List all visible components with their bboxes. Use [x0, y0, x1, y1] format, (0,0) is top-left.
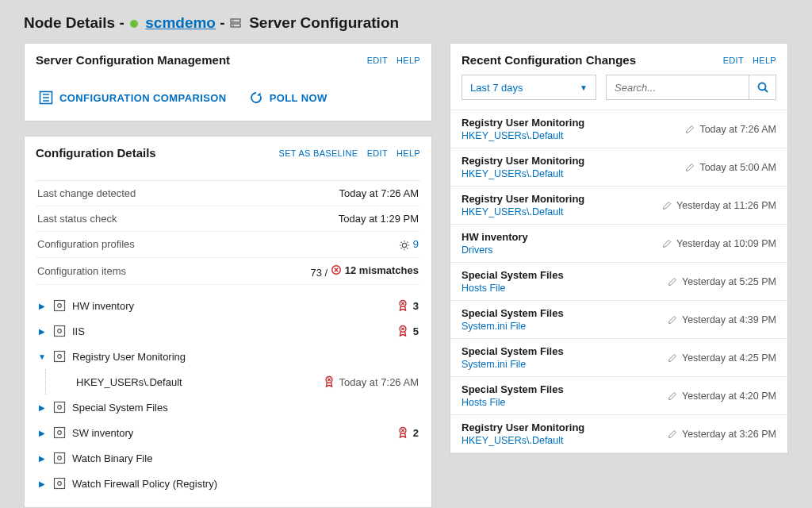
node-link[interactable]: scmdemo [145, 14, 216, 31]
change-sub-link[interactable]: HKEY_USERs\.Default [462, 206, 584, 217]
change-sub-link[interactable]: Hosts File [462, 283, 564, 294]
svg-point-22 [58, 456, 62, 460]
changes-list: Registry User MonitoringHKEY_USERs\.Defa… [450, 110, 787, 453]
title-prefix: Node Details [24, 14, 115, 31]
tree-label: Special System Files [72, 402, 168, 414]
changes-panel: Recent Configuration Changes EDIT HELP L… [450, 43, 788, 454]
changes-help-link[interactable]: HELP [753, 56, 776, 65]
svg-rect-16 [55, 402, 65, 413]
tree-row-hw[interactable]: ▶ HW inventory 3 [36, 293, 420, 318]
last-check-label: Last status check [37, 213, 117, 225]
tree-child-row[interactable]: HKEY_USERs\.Default Today at 7:26 AM [76, 369, 420, 394]
tree-row-registry[interactable]: ▼ Registry User Monitoring [36, 344, 420, 369]
change-row[interactable]: Registry User MonitoringHKEY_USERs\.Defa… [450, 110, 787, 148]
poll-label: POLL NOW [270, 92, 327, 104]
page-title: Node Details - scmdemo - Server Configur… [24, 14, 788, 32]
svg-point-25 [758, 83, 765, 90]
compare-icon [39, 90, 53, 105]
award-icon [397, 426, 408, 439]
search-input[interactable] [615, 82, 749, 94]
change-sub-link[interactable]: System.ini File [462, 321, 564, 332]
change-sub-link[interactable]: Hosts File [462, 397, 564, 408]
change-sub-link[interactable]: HKEY_USERs\.Default [462, 168, 584, 179]
change-row[interactable]: Special System FilesHosts FileYesterday … [450, 377, 787, 415]
change-time: Today at 5:00 AM [685, 155, 776, 179]
tree-row-sw[interactable]: ▶ SW inventory 2 [36, 420, 420, 445]
details-title: Configuration Details [36, 146, 156, 160]
change-time: Today at 7:26 AM [685, 117, 776, 141]
last-change-row: Last change detected Today at 7:26 AM [36, 181, 420, 206]
server-icon [229, 17, 242, 30]
config-tree: ▶ HW inventory 3 ▶ [36, 293, 420, 496]
caret-icon[interactable]: ▶ [37, 454, 47, 463]
search-icon [756, 81, 769, 94]
award-icon [397, 325, 408, 337]
change-row[interactable]: Registry User MonitoringHKEY_USERs\.Defa… [450, 148, 787, 187]
change-row[interactable]: Special System FilesHosts FileYesterday … [450, 263, 787, 301]
range-select[interactable]: Last 7 days ▼ [462, 75, 596, 100]
items-label: Configuration items [37, 265, 126, 277]
search-box [606, 75, 776, 100]
change-title: Registry User Monitoring [462, 193, 584, 205]
change-row[interactable]: Special System FilesSystem.ini FileYeste… [450, 301, 787, 339]
baseline-link[interactable]: SET AS BASELINE [279, 148, 358, 158]
change-sub-link[interactable]: Drivers [462, 244, 528, 256]
tree-row-firewall[interactable]: ▶ Watch Firewall Policy (Registry) [36, 471, 420, 496]
svg-rect-23 [55, 479, 65, 489]
caret-icon[interactable]: ▶ [37, 479, 47, 488]
pencil-icon [668, 429, 677, 439]
search-button[interactable] [749, 75, 776, 99]
change-title: Special System Files [462, 269, 564, 281]
svg-point-8 [58, 304, 62, 308]
tree-label: HW inventory [72, 300, 134, 312]
details-panel: Configuration Details SET AS BASELINE ED… [24, 136, 432, 508]
svg-point-14 [58, 355, 62, 359]
mismatch-icon [331, 264, 342, 275]
profiles-link[interactable]: 9 [413, 238, 419, 250]
change-row[interactable]: Registry User MonitoringHKEY_USERs\.Defa… [450, 187, 787, 225]
svg-rect-1 [231, 24, 240, 27]
tree-row-special[interactable]: ▶ Special System Files [36, 394, 420, 420]
compare-button[interactable]: CONFIGURATION COMPARISON [39, 90, 227, 105]
change-row[interactable]: Special System FilesSystem.ini FileYeste… [450, 339, 787, 377]
svg-point-24 [58, 482, 62, 486]
tree-row-binary[interactable]: ▶ Watch Binary File [36, 445, 420, 471]
change-title: HW inventory [462, 231, 528, 243]
caret-icon[interactable]: ▶ [37, 429, 47, 437]
items-row: Configuration items 73 / 12 mismatches [36, 258, 420, 286]
change-title: Special System Files [462, 307, 564, 319]
changes-title: Recent Configuration Changes [462, 53, 636, 67]
change-sub-link[interactable]: HKEY_USERs\.Default [462, 130, 584, 141]
change-time: Yesterday at 11:26 PM [662, 193, 776, 217]
mgmt-edit-link[interactable]: EDIT [367, 56, 388, 65]
tree-row-iis[interactable]: ▶ IIS 5 [36, 318, 420, 344]
caret-down-icon[interactable]: ▼ [37, 352, 47, 361]
change-title: Registry User Monitoring [462, 155, 584, 167]
details-edit-link[interactable]: EDIT [367, 148, 388, 158]
pencil-icon [685, 163, 695, 172]
tree-label: Registry User Monitoring [72, 351, 186, 363]
change-time: Yesterday at 10:09 PM [662, 231, 776, 256]
mgmt-panel: Server Configuration Management EDIT HEL… [24, 43, 432, 121]
svg-point-11 [58, 329, 62, 333]
svg-rect-10 [55, 326, 65, 337]
tree-label: SW inventory [72, 427, 133, 439]
change-title: Special System Files [462, 383, 564, 395]
svg-rect-21 [55, 453, 65, 464]
caret-icon[interactable]: ▶ [37, 302, 47, 310]
mgmt-help-link[interactable]: HELP [396, 56, 420, 65]
gear-box-icon [53, 325, 66, 337]
change-sub-link[interactable]: System.ini File [462, 359, 564, 370]
change-row[interactable]: HW inventoryDriversYesterday at 10:09 PM [450, 225, 787, 263]
change-row[interactable]: Registry User MonitoringHKEY_USERs\.Defa… [450, 415, 787, 453]
poll-button[interactable]: POLL NOW [249, 90, 327, 105]
change-sub-link[interactable]: HKEY_USERs\.Default [462, 435, 584, 446]
change-time: Yesterday at 4:39 PM [668, 307, 776, 332]
caret-icon[interactable]: ▶ [37, 327, 47, 336]
change-title: Registry User Monitoring [462, 421, 584, 433]
caret-icon[interactable]: ▶ [37, 403, 47, 412]
changes-edit-link[interactable]: EDIT [723, 56, 744, 65]
details-help-link[interactable]: HELP [396, 148, 420, 158]
last-check-row: Last status check Today at 1:29 PM [36, 206, 420, 232]
award-icon [324, 375, 335, 388]
